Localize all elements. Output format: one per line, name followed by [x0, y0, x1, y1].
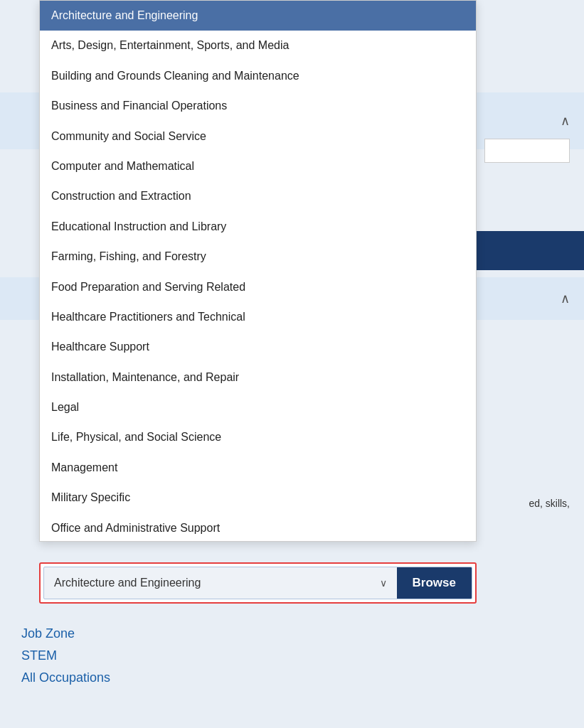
chevron-up-icon-2: ∧ — [561, 291, 570, 306]
bottom-bar-inner: Architecture and Engineering ∨ Browse — [43, 567, 472, 599]
bottom-link-all-occupations[interactable]: All Occupations — [21, 670, 110, 685]
bottom-link-stem[interactable]: STEM — [21, 648, 110, 663]
browse-button[interactable]: Browse — [397, 567, 472, 599]
dropdown-item[interactable]: Arts, Design, Entertainment, Sports, and… — [40, 31, 476, 60]
dropdown-item[interactable]: Office and Administrative Support — [40, 513, 476, 541]
dropdown-item[interactable]: Legal — [40, 392, 476, 422]
dropdown-item[interactable]: Construction and Extraction — [40, 181, 476, 211]
dropdown-list-inner[interactable]: Architecture and EngineeringArts, Design… — [40, 1, 476, 541]
bottom-bar-outline: Architecture and Engineering ∨ Browse — [39, 562, 477, 604]
occupation-select-display[interactable]: Architecture and Engineering ∨ — [44, 568, 397, 598]
occupation-dropdown-list: Architecture and EngineeringArts, Design… — [39, 0, 477, 542]
select-display-text: Architecture and Engineering — [54, 577, 201, 589]
dropdown-item[interactable]: Food Preparation and Serving Related — [40, 272, 476, 302]
dropdown-item[interactable]: Healthcare Practitioners and Technical — [40, 302, 476, 332]
dropdown-item[interactable]: Educational Instruction and Library — [40, 212, 476, 242]
bottom-link-job-zone[interactable]: Job Zone — [21, 626, 110, 641]
dropdown-item[interactable]: Life, Physical, and Social Science — [40, 422, 476, 452]
bottom-links-section: Job ZoneSTEMAll Occupations — [21, 626, 110, 692]
select-browse-bar: Architecture and Engineering ∨ Browse — [39, 562, 477, 604]
bg-input-field[interactable] — [484, 139, 570, 163]
bg-description-text: ed, skills, — [529, 498, 570, 509]
dropdown-item[interactable]: Healthcare Support — [40, 332, 476, 362]
chevron-up-icon-1: ∧ — [561, 113, 570, 129]
dropdown-item[interactable]: Farming, Fishing, and Forestry — [40, 242, 476, 272]
dropdown-item[interactable]: Military Specific — [40, 483, 476, 513]
page-wrapper: ∧ ∧ ed, skills, Architecture and Enginee… — [0, 0, 584, 728]
dropdown-item[interactable]: Building and Grounds Cleaning and Mainte… — [40, 61, 476, 91]
dropdown-item[interactable]: Architecture and Engineering — [40, 1, 476, 31]
dropdown-item[interactable]: Installation, Maintenance, and Repair — [40, 363, 476, 392]
dropdown-item[interactable]: Computer and Mathematical — [40, 151, 476, 181]
select-chevron-icon: ∨ — [380, 577, 387, 589]
dropdown-item[interactable]: Business and Financial Operations — [40, 91, 476, 121]
dropdown-item[interactable]: Management — [40, 453, 476, 483]
dropdown-item[interactable]: Community and Social Service — [40, 122, 476, 151]
